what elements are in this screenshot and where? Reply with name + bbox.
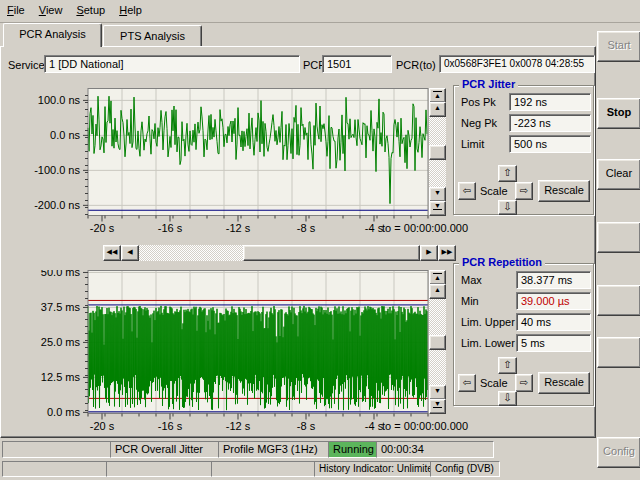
history-indicator: History Indicator: Unlimited xyxy=(314,461,434,477)
repetition-scale-label: Scale xyxy=(480,377,508,389)
status-elapsed-time: 00:00:34 xyxy=(376,441,494,458)
svg-text:to = 00:00:00.000: to = 00:00:00.000 xyxy=(382,420,468,432)
status-mode: PCR Overall Jitter xyxy=(110,441,222,458)
jitter-scale-left-button[interactable]: ⇦ xyxy=(458,182,476,200)
status-cell-empty xyxy=(2,441,114,458)
svg-text:-20 s: -20 s xyxy=(90,222,115,234)
scroll-far-left-button[interactable]: ◀◀ xyxy=(103,245,121,261)
scroll-far-right-button[interactable]: ▶▶ xyxy=(438,245,456,261)
arrow-down-icon: ⇩ xyxy=(499,201,516,212)
svg-text:-12 s: -12 s xyxy=(226,222,251,234)
jitter-limit-value: 500 ns xyxy=(509,135,591,153)
svg-text:-20 s: -20 s xyxy=(90,420,115,432)
arrow-right-icon: ⇨ xyxy=(516,183,532,198)
blank-button-1[interactable] xyxy=(597,222,640,253)
jitter-pos-pk-value: 192 ns xyxy=(509,93,591,111)
stop-button[interactable]: Stop xyxy=(597,98,640,129)
blank-button-3[interactable] xyxy=(597,337,640,368)
repetition-vscroll-up-button[interactable]: ▲ xyxy=(429,284,446,299)
svg-text:-16 s: -16 s xyxy=(158,222,183,234)
svg-text:-4 s: -4 s xyxy=(365,420,384,432)
config-button[interactable]: Config xyxy=(597,437,640,468)
svg-text:0.0 ns: 0.0 ns xyxy=(50,129,80,141)
jitter-neg-pk-value: -223 ns xyxy=(509,114,591,132)
jitter-vscroll-bottom-button[interactable]: ▼ xyxy=(429,201,446,216)
svg-text:50.0 ms: 50.0 ms xyxy=(41,270,81,278)
jitter-vscroll-down-button[interactable]: ▼ xyxy=(429,187,446,202)
menu-item-file[interactable]: File xyxy=(0,0,32,19)
jitter-vscroll-thumb[interactable] xyxy=(429,145,446,160)
config-mode: Config (DVB) xyxy=(430,461,500,477)
blank-button-2[interactable] xyxy=(597,285,640,316)
jitter-scale-scrollbar[interactable]: ▲▲▼▼ xyxy=(429,88,446,215)
pcr-jitter-chart: 100.0 ns0.0 ns-100.0 ns-200.0 ns-20 s-16… xyxy=(24,88,470,242)
jitter-vscroll-up-button[interactable]: ▲ xyxy=(429,102,446,117)
tab-pts-analysis[interactable]: PTS Analysis xyxy=(103,25,202,46)
svg-text:37.5 ms: 37.5 ms xyxy=(41,301,81,313)
app-window: FileViewSetupHelp PCR AnalysisPTS Analys… xyxy=(0,0,640,480)
service-label: Service xyxy=(8,59,45,71)
tab-pcr-analysis[interactable]: PCR Analysis xyxy=(3,23,102,47)
arrow-right-icon: ⇨ xyxy=(516,375,532,390)
repetition-scale-left-button[interactable]: ⇦ xyxy=(458,374,476,392)
arrow-left-icon: ⇦ xyxy=(459,375,475,390)
jitter-rescale-button[interactable]: Rescale xyxy=(538,180,590,202)
menu-item-help[interactable]: Help xyxy=(112,0,149,19)
start-button[interactable]: Start xyxy=(597,31,640,62)
menu-bar: FileViewSetupHelp xyxy=(0,0,640,23)
scroll-left-button[interactable]: ◀ xyxy=(121,245,139,261)
jitter-pos-pk-label: Pos Pk xyxy=(461,93,496,111)
pcr-pid-field[interactable]: 1501 xyxy=(322,55,392,73)
pcr-repetition-chart: 50.0 ms37.5 ms25.0 ms12.5 ms0.0 ms-20 s-… xyxy=(24,270,470,432)
svg-text:to = 00:00:00.000: to = 00:00:00.000 xyxy=(382,222,468,234)
repetition-scale-up-button[interactable]: ⇧ xyxy=(498,357,517,374)
repetition-vscroll-down-button[interactable]: ▼ xyxy=(429,385,446,400)
svg-text:-12 s: -12 s xyxy=(226,420,251,432)
repetition-vscroll-thumb[interactable] xyxy=(429,335,446,350)
arrow-up-icon: ⇧ xyxy=(499,358,516,371)
jitter-neg-pk-label: Neg Pk xyxy=(461,114,497,132)
status-running-badge: Running xyxy=(328,441,380,458)
repetition-vscroll-top-button[interactable]: ▲ xyxy=(429,270,446,285)
repetition-min-value: 39.000 µs xyxy=(516,292,591,310)
repetition-scale-scrollbar[interactable]: ▲▲▼▼ xyxy=(429,270,446,413)
repetition-max-value: 38.377 ms xyxy=(516,271,591,289)
arrow-down-icon: ⇩ xyxy=(499,392,516,403)
repetition-min-label: Min xyxy=(461,292,479,310)
statusbar2-cell-3 xyxy=(211,461,318,477)
svg-text:-4 s: -4 s xyxy=(365,222,384,234)
repetition-lim-lower-label: Lim. Lower xyxy=(461,334,515,352)
repetition-vscroll-bottom-button[interactable]: ▼ xyxy=(429,399,446,414)
jitter-scale-right-button[interactable]: ⇨ xyxy=(515,182,533,200)
jitter-scale-down-button[interactable]: ⇩ xyxy=(498,200,517,215)
svg-text:100.0 ns: 100.0 ns xyxy=(38,94,81,106)
scroll-right-button[interactable]: ▶ xyxy=(420,245,438,261)
statusbar2-cell-2 xyxy=(106,461,215,477)
service-field[interactable]: 1 [DD National] xyxy=(44,55,300,73)
menu-item-setup[interactable]: Setup xyxy=(69,0,112,19)
clear-button[interactable]: Clear xyxy=(597,159,640,190)
svg-text:-100.0 ns: -100.0 ns xyxy=(34,164,80,176)
pcr-to-label: PCR(to) xyxy=(396,59,436,71)
svg-text:-8 s: -8 s xyxy=(297,222,316,234)
time-scrollbar[interactable]: ◀◀◀▶▶▶ xyxy=(103,245,456,261)
tab-strip: PCR AnalysisPTS Analysis xyxy=(0,22,640,46)
time-scrollbar-thumb[interactable] xyxy=(243,245,420,261)
repetition-scale-down-button[interactable]: ⇩ xyxy=(498,391,517,406)
jitter-scale-up-button[interactable]: ⇧ xyxy=(498,165,517,182)
repetition-rescale-button[interactable]: Rescale xyxy=(538,372,590,394)
repetition-lim-lower-value: 5 ms xyxy=(516,334,591,352)
pcr-to-field: 0x0568F3FE1 0x0078 04:28:55 xyxy=(439,55,595,73)
repetition-scale-right-button[interactable]: ⇨ xyxy=(515,374,533,392)
jitter-scale-label: Scale xyxy=(480,185,508,197)
statusbar2-cell-1 xyxy=(2,461,110,477)
svg-text:12.5 ms: 12.5 ms xyxy=(41,371,81,383)
menu-item-view[interactable]: View xyxy=(32,0,70,19)
repetition-max-label: Max xyxy=(461,271,482,289)
svg-text:25.0 ms: 25.0 ms xyxy=(41,336,81,348)
pcr-repetition-title: PCR Repetition xyxy=(459,256,545,268)
status-profile: Profile MGF3 (1Hz) xyxy=(218,441,332,458)
pcr-jitter-panel: PCR Jitter Pos Pk192 nsNeg Pk-223 nsLimi… xyxy=(453,85,594,215)
repetition-lim-upper-value: 40 ms xyxy=(516,313,591,331)
jitter-vscroll-top-button[interactable]: ▲ xyxy=(429,88,446,103)
